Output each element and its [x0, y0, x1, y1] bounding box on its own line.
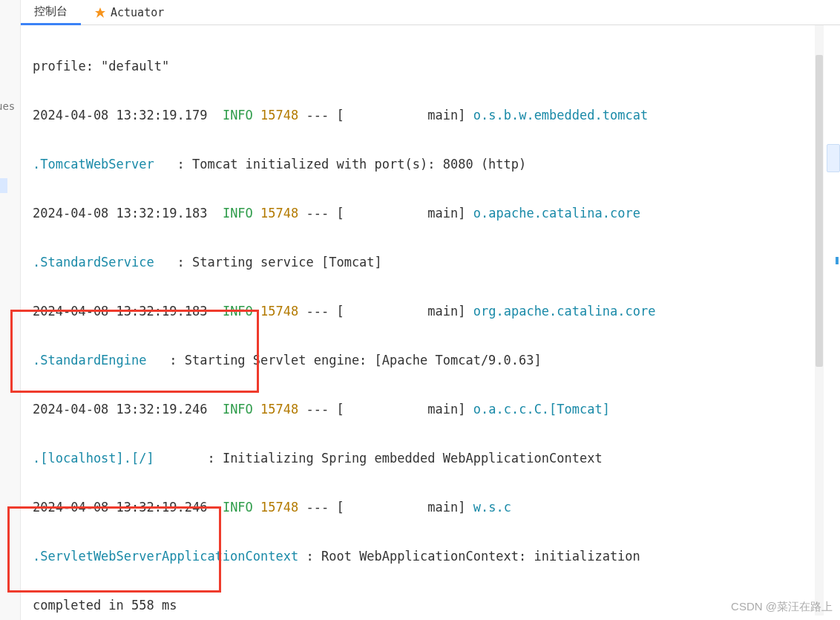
log-line: .StandardEngine : Starting Servlet engin…: [33, 348, 810, 373]
log-line: 2024-04-08 13:32:19.246 INFO 15748 --- […: [33, 397, 810, 422]
log-line: 2024-04-08 13:32:19.246 INFO 15748 --- […: [33, 495, 810, 520]
log-line: .TomcatWebServer : Tomcat initialized wi…: [33, 152, 810, 177]
right-handle[interactable]: [827, 144, 840, 172]
right-marker: [836, 257, 839, 264]
tab-actuator[interactable]: Actuator: [81, 1, 177, 24]
log-line: profile: "default": [33, 54, 810, 79]
tab-console[interactable]: 控制台: [21, 0, 81, 25]
tab-bar: 控制台 Actuator: [21, 0, 840, 25]
tab-console-label: 控制台: [34, 4, 68, 19]
truncated-label: ues: [0, 100, 15, 112]
tab-actuator-label: Actuator: [111, 6, 164, 19]
left-edge-handle[interactable]: [0, 178, 7, 193]
scroll-thumb[interactable]: [816, 55, 823, 367]
log-line: 2024-04-08 13:32:19.183 INFO 15748 --- […: [33, 201, 810, 226]
scrollbar[interactable]: [815, 25, 824, 616]
log-line: .ServletWebServerApplicationContext : Ro…: [33, 544, 810, 569]
actuator-icon: [94, 7, 106, 19]
right-gutter: [824, 25, 840, 620]
console-output[interactable]: profile: "default" 2024-04-08 13:32:19.1…: [33, 30, 810, 613]
watermark: CSDN @菜汪在路上: [731, 600, 833, 614]
left-gutter: ues: [0, 0, 21, 620]
log-line: completed in 558 ms: [33, 593, 810, 618]
log-line: .StandardService : Starting service [Tom…: [33, 250, 810, 275]
log-line: .[localhost].[/] : Initializing Spring e…: [33, 446, 810, 471]
log-line: 2024-04-08 13:32:19.179 INFO 15748 --- […: [33, 103, 810, 128]
log-line: 2024-04-08 13:32:19.183 INFO 15748 --- […: [33, 299, 810, 324]
